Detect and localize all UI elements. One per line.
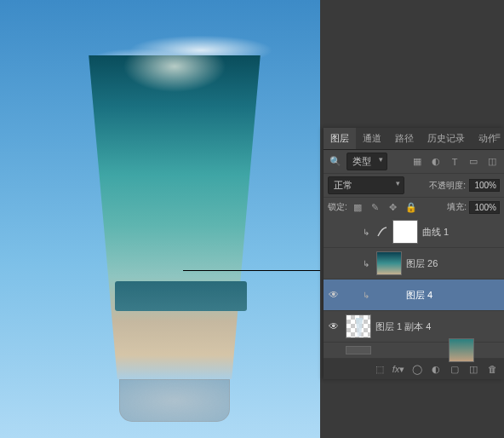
panel-menu-icon[interactable]: ≡	[495, 130, 501, 141]
delete-icon[interactable]: 🗑	[484, 362, 501, 376]
panel-footer: ⬚ fx▾ ◯ ◐ ▢ ◫ 🗑	[324, 359, 504, 379]
mask-icon[interactable]: ◯	[409, 362, 426, 376]
tab-history[interactable]: 历史记录	[421, 128, 472, 149]
filter-shape-icon[interactable]: ▭	[466, 155, 481, 169]
canvas-area[interactable]	[0, 0, 320, 438]
tab-paths[interactable]: 路径	[388, 128, 421, 149]
layer-thumbnail[interactable]	[346, 314, 371, 338]
glass-composite	[72, 55, 277, 422]
adjustment-icon[interactable]: ◐	[427, 362, 444, 376]
glass-body	[72, 55, 277, 396]
layers-list: ↳ 曲线 1 ↳ 图层 26 👁 ↳ 图层 4 👁 图层 1 副本 4	[324, 216, 504, 359]
lock-position-icon[interactable]: ✥	[386, 200, 401, 214]
layer-row[interactable]: 👁 图层 1 副本 4	[324, 311, 504, 343]
search-icon[interactable]: 🔍	[328, 155, 343, 169]
layer-row[interactable]: ↳ 曲线 1	[324, 216, 504, 248]
layer-name[interactable]: 图层 26	[406, 257, 438, 270]
link-layers-icon[interactable]: ⬚	[371, 362, 388, 376]
fill-input[interactable]: 100%	[469, 201, 500, 214]
layers-panel: 图层 通道 路径 历史记录 动作 ≡ 🔍 类型 ▦ ◐ T ▭ ◫ 正常 不透明…	[324, 128, 504, 379]
lock-transparent-icon[interactable]: ▩	[350, 200, 365, 214]
curves-icon	[376, 226, 388, 238]
group-icon[interactable]: ▢	[446, 362, 463, 376]
lock-label: 锁定:	[328, 201, 347, 213]
layer-name[interactable]: 图层 1 副本 4	[375, 320, 431, 333]
blend-row: 正常 不透明度: 100%	[324, 174, 504, 198]
layer-thumbnail[interactable]	[449, 338, 474, 362]
layer-name[interactable]: 曲线 1	[422, 226, 449, 239]
layer-name[interactable]: 图层 4	[406, 289, 432, 302]
tab-layers[interactable]: 图层	[324, 128, 356, 149]
lock-image-icon[interactable]: ✎	[368, 200, 383, 214]
fill-label: 填充:	[447, 201, 467, 213]
filter-smart-icon[interactable]: ◫	[484, 155, 500, 169]
clip-icon: ↳	[360, 259, 372, 268]
clip-icon: ↳	[360, 228, 372, 237]
layer-thumbnail[interactable]	[376, 251, 402, 275]
visibility-toggle[interactable]: 👁	[326, 289, 341, 301]
layer-row[interactable]: ↳ 图层 26	[324, 248, 504, 280]
new-layer-icon[interactable]: ◫	[465, 362, 482, 376]
layer-thumbnail	[346, 346, 371, 354]
lock-row: 锁定: ▩ ✎ ✥ 🔒 填充: 100%	[324, 198, 504, 216]
fx-icon[interactable]: fx▾	[390, 362, 407, 376]
clip-icon: ↳	[360, 291, 372, 300]
lock-all-icon[interactable]: 🔒	[404, 200, 419, 214]
layer-row[interactable]: 👁 ↳ 图层 4	[324, 280, 504, 311]
blend-mode-dropdown[interactable]: 正常	[328, 176, 404, 194]
filter-type-icon[interactable]: T	[447, 155, 462, 169]
panel-tabs: 图层 通道 路径 历史记录 动作 ≡	[324, 128, 504, 150]
mask-thumbnail[interactable]	[392, 220, 418, 244]
underwater-sunrays	[89, 51, 260, 205]
opacity-input[interactable]: 100%	[469, 179, 500, 192]
filter-adjust-icon[interactable]: ◐	[428, 155, 444, 169]
tab-channels[interactable]: 通道	[356, 128, 388, 149]
blur-band	[115, 281, 247, 311]
filter-row: 🔍 类型 ▦ ◐ T ▭ ◫	[324, 150, 504, 174]
filter-pixel-icon[interactable]: ▦	[410, 155, 425, 169]
glass-base	[119, 379, 230, 422]
layer-row-partial[interactable]	[324, 343, 504, 359]
opacity-label: 不透明度:	[429, 180, 466, 192]
visibility-toggle[interactable]: 👁	[326, 320, 341, 332]
kind-filter-dropdown[interactable]: 类型	[346, 153, 387, 170]
